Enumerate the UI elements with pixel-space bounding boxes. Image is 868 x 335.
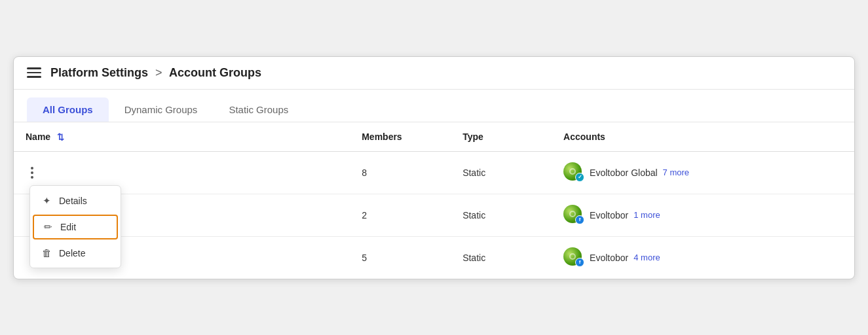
row1-type: Static xyxy=(451,151,552,194)
breadcrumb-account-groups: Account Groups xyxy=(169,66,261,79)
edit-icon: ✏ xyxy=(42,221,54,233)
row2-type: Static xyxy=(451,194,552,236)
row1-avatar: ✓ xyxy=(563,162,584,183)
tabs-bar: All Groups Dynamic Groups Static Groups xyxy=(14,90,854,122)
table-header-row: Name ⇅ Members Type Accounts xyxy=(14,122,854,152)
menu-label-details: Details xyxy=(59,196,87,206)
row1-members: 8 xyxy=(350,151,451,194)
row1-name-cell: ✦ Details ✏ Edit 🗑 Delete xyxy=(14,151,350,194)
hamburger-menu[interactable] xyxy=(27,67,41,78)
row1-dots[interactable] xyxy=(26,167,39,179)
breadcrumb-sep: > xyxy=(155,66,162,79)
breadcrumb: Platform Settings > Account Groups xyxy=(50,66,261,80)
row3-more-link[interactable]: 4 more xyxy=(633,253,660,262)
delete-icon: 🗑 xyxy=(41,247,52,258)
table-row: c... 2 Static f xyxy=(14,194,854,236)
row3-avatar: f xyxy=(563,247,584,268)
row2-account-name: Evoltobor xyxy=(590,210,628,220)
tab-dynamic-groups[interactable]: Dynamic Groups xyxy=(109,97,214,122)
row3-type: Static xyxy=(451,236,552,279)
row1-account-name: Evoltobor Global xyxy=(590,168,658,178)
row2-more-link[interactable]: 1 more xyxy=(633,210,660,220)
row3-accounts: f Evoltobor 4 more xyxy=(552,236,854,279)
row2-members: 2 xyxy=(350,194,451,236)
menu-label-edit: Edit xyxy=(60,222,76,232)
row3-members: 5 xyxy=(350,236,451,279)
row2-avatar-badge: f xyxy=(575,215,584,224)
row1-avatar-badge: ✓ xyxy=(575,173,584,182)
main-window: Platform Settings > Account Groups All G… xyxy=(13,56,855,279)
menu-label-delete: Delete xyxy=(59,248,85,258)
breadcrumb-platform: Platform Settings xyxy=(50,66,148,79)
groups-table: Name ⇅ Members Type Accounts xyxy=(14,122,854,279)
tab-all-groups[interactable]: All Groups xyxy=(27,97,109,122)
row3-account-name: Evoltobor xyxy=(590,253,628,263)
row3-avatar-main: f xyxy=(563,247,582,266)
menu-item-delete[interactable]: 🗑 Delete xyxy=(30,241,121,265)
col-header-accounts: Accounts xyxy=(552,122,854,152)
table-container: Name ⇅ Members Type Accounts xyxy=(14,122,854,279)
tab-static-groups[interactable]: Static Groups xyxy=(213,97,304,122)
details-icon: ✦ xyxy=(41,195,52,207)
row1-accounts: ✓ Evoltobor Global 7 more xyxy=(552,151,854,194)
table-row: t... 5 Static f xyxy=(14,236,854,279)
col-header-name: Name ⇅ xyxy=(14,122,350,152)
row2-avatar-main: f xyxy=(563,205,582,223)
col-header-members: Members xyxy=(350,122,451,152)
row1-more-link[interactable]: 7 more xyxy=(663,168,689,177)
row3-avatar-badge: f xyxy=(575,258,584,267)
col-header-type: Type xyxy=(451,122,552,152)
menu-item-details[interactable]: ✦ Details xyxy=(30,188,121,213)
menu-item-edit[interactable]: ✏ Edit xyxy=(33,215,118,239)
header: Platform Settings > Account Groups xyxy=(14,57,854,90)
context-menu: ✦ Details ✏ Edit 🗑 Delete xyxy=(29,185,121,268)
row2-avatar: f xyxy=(563,205,584,226)
table-row: ✦ Details ✏ Edit 🗑 Delete xyxy=(14,151,854,194)
sort-icon[interactable]: ⇅ xyxy=(57,132,64,142)
row1-avatar-main: ✓ xyxy=(563,162,582,181)
row2-accounts: f Evoltobor 1 more xyxy=(552,194,854,236)
